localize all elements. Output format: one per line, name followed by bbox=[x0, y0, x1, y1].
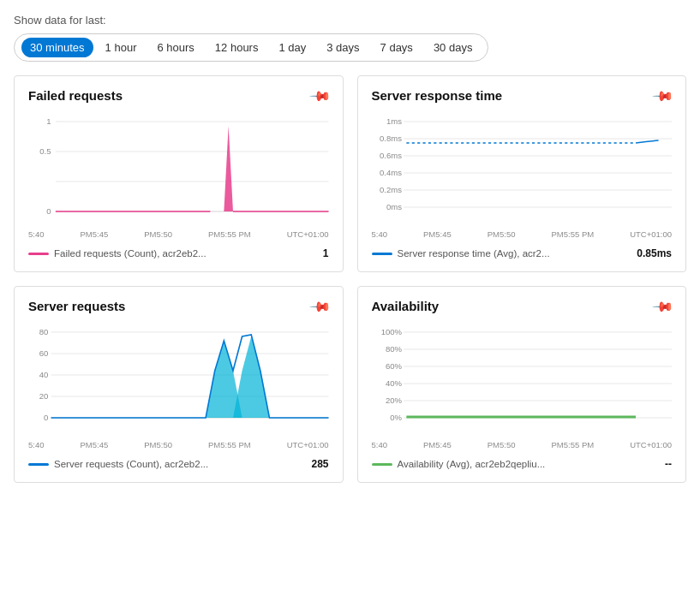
svg-text:60: 60 bbox=[39, 349, 49, 358]
filter-30min[interactable]: 30 minutes bbox=[21, 38, 93, 57]
failed-requests-legend-value: 1 bbox=[323, 247, 329, 259]
failed-requests-chart-area: 1 0.5 0 bbox=[28, 113, 329, 224]
filter-3days[interactable]: 3 days bbox=[318, 38, 368, 57]
availability-card: Availability 📌 100% 80% 60% 40% 20% 0% bbox=[357, 286, 687, 483]
server-requests-legend-value: 285 bbox=[311, 458, 328, 470]
availability-legend-line bbox=[372, 463, 392, 466]
svg-text:20%: 20% bbox=[385, 396, 401, 405]
server-response-card: Server response time 📌 1ms 0.8ms 0.6ms 0… bbox=[357, 75, 687, 272]
server-requests-legend-line bbox=[28, 463, 49, 466]
server-requests-header: Server requests 📌 bbox=[28, 299, 329, 315]
svg-text:0: 0 bbox=[46, 207, 51, 216]
pin-icon[interactable]: 📌 bbox=[308, 85, 332, 109]
time-filter-bar: 30 minutes 1 hour 6 hours 12 hours 1 day… bbox=[14, 33, 488, 62]
svg-text:0: 0 bbox=[44, 414, 48, 422]
failed-requests-legend-line bbox=[28, 253, 49, 255]
legend-left-2: Server response time (Avg), acr2... bbox=[372, 248, 550, 259]
legend-left-3: Server requests (Count), acr2eb2... bbox=[28, 459, 208, 469]
svg-marker-8 bbox=[224, 126, 233, 211]
availability-chart-area: 100% 80% 60% 40% 20% 0% bbox=[372, 324, 673, 435]
server-response-header: Server response time 📌 bbox=[372, 88, 673, 104]
availability-legend-label: Availability (Avg), acr2eb2qepliu... bbox=[398, 459, 546, 469]
svg-text:80: 80 bbox=[39, 328, 49, 336]
svg-text:40: 40 bbox=[39, 371, 49, 379]
filter-30days[interactable]: 30 days bbox=[425, 38, 482, 57]
failed-requests-legend-label: Failed requests (Count), acr2eb2... bbox=[54, 248, 206, 259]
availability-header: Availability 📌 bbox=[372, 299, 673, 315]
server-requests-chart-area: 80 60 40 20 0 bbox=[28, 324, 329, 435]
server-requests-x-axis: 5:40PM5:45PM5:50PM5:55 PMUTC+01:00 bbox=[28, 440, 329, 449]
failed-requests-x-axis: 5:40PM5:45PM5:50PM5:55 PMUTC+01:00 bbox=[28, 229, 329, 239]
legend-left-4: Availability (Avg), acr2eb2qepliu... bbox=[372, 459, 546, 469]
svg-text:0%: 0% bbox=[390, 414, 402, 422]
availability-legend: Availability (Avg), acr2eb2qepliu... -- bbox=[372, 458, 673, 470]
svg-text:0.6ms: 0.6ms bbox=[380, 152, 402, 160]
server-response-title: Server response time bbox=[372, 88, 503, 103]
filter-1day[interactable]: 1 day bbox=[270, 38, 314, 57]
pin-icon-2[interactable]: 📌 bbox=[651, 85, 675, 109]
svg-text:20: 20 bbox=[39, 392, 49, 401]
server-requests-card: Server requests 📌 80 60 40 20 0 bbox=[14, 286, 344, 483]
svg-text:0.8ms: 0.8ms bbox=[380, 134, 402, 143]
server-response-legend-label: Server response time (Avg), acr2... bbox=[398, 248, 550, 259]
failed-requests-header: Failed requests 📌 bbox=[28, 88, 329, 104]
svg-text:0ms: 0ms bbox=[386, 203, 402, 211]
server-response-chart-area: 1ms 0.8ms 0.6ms 0.4ms 0.2ms 0ms bbox=[372, 113, 673, 224]
filter-12hours[interactable]: 12 hours bbox=[206, 38, 267, 57]
filter-7days[interactable]: 7 days bbox=[372, 38, 422, 57]
availability-title: Availability bbox=[372, 299, 440, 313]
charts-grid: Failed requests 📌 1 0.5 0 bbox=[14, 75, 686, 483]
svg-text:0.2ms: 0.2ms bbox=[380, 186, 402, 194]
server-response-legend: Server response time (Avg), acr2... 0.85… bbox=[372, 247, 673, 259]
availability-legend-value: -- bbox=[665, 458, 672, 470]
pin-icon-4[interactable]: 📌 bbox=[651, 295, 675, 319]
legend-left: Failed requests (Count), acr2eb2... bbox=[28, 248, 206, 259]
availability-x-axis: 5:40PM5:45PM5:50PM5:55 PMUTC+01:00 bbox=[372, 440, 673, 449]
server-response-legend-value: 0.85ms bbox=[637, 247, 672, 259]
failed-requests-title: Failed requests bbox=[28, 88, 123, 103]
svg-text:0.5: 0.5 bbox=[39, 147, 51, 156]
server-requests-legend-label: Server requests (Count), acr2eb2... bbox=[54, 459, 208, 469]
server-requests-title: Server requests bbox=[28, 299, 125, 313]
svg-text:1ms: 1ms bbox=[386, 117, 402, 126]
pin-icon-3[interactable]: 📌 bbox=[308, 295, 332, 319]
svg-text:100%: 100% bbox=[380, 328, 401, 336]
failed-requests-legend: Failed requests (Count), acr2eb2... 1 bbox=[28, 247, 329, 259]
server-response-legend-line bbox=[372, 253, 392, 255]
filter-1hour[interactable]: 1 hour bbox=[97, 38, 146, 57]
server-response-x-axis: 5:40PM5:45PM5:50PM5:55 PMUTC+01:00 bbox=[372, 229, 673, 239]
svg-text:40%: 40% bbox=[385, 379, 401, 388]
svg-text:60%: 60% bbox=[385, 362, 401, 371]
svg-text:80%: 80% bbox=[385, 345, 401, 354]
show-data-label: Show data for last: bbox=[14, 14, 686, 27]
svg-text:1: 1 bbox=[46, 117, 51, 126]
filter-6hours[interactable]: 6 hours bbox=[148, 38, 202, 57]
failed-requests-card: Failed requests 📌 1 0.5 0 bbox=[14, 75, 344, 272]
server-requests-legend: Server requests (Count), acr2eb2... 285 bbox=[28, 458, 329, 470]
svg-text:0.4ms: 0.4ms bbox=[380, 169, 402, 177]
